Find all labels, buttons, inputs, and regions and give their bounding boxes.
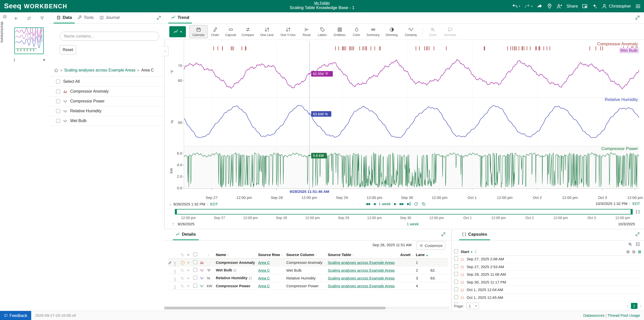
expand-trend-icon[interactable] xyxy=(635,15,640,20)
duration-label[interactable]: 1 week xyxy=(379,202,391,206)
breadcrumb-folder-link[interactable]: My Folder xyxy=(314,1,330,5)
auto-update-button[interactable] xyxy=(414,201,418,206)
source-table-link[interactable]: Scaling analyses across Example Areas xyxy=(328,268,395,272)
source-row-link[interactable]: Area C xyxy=(258,284,270,288)
undo-button[interactable] xyxy=(512,3,518,9)
source-table-link[interactable]: Scaling analyses across Example Areas xyxy=(328,260,395,265)
compare-button[interactable]: Compare xyxy=(239,25,257,38)
row-menu-icon[interactable] xyxy=(175,283,181,289)
capsule-button[interactable]: Capsule xyxy=(223,25,239,38)
source-table-link[interactable]: Scaling analyses across Example Areas xyxy=(328,284,395,288)
list-item[interactable]: Compressor Anomaly xyxy=(49,87,164,96)
home-icon[interactable] xyxy=(54,68,58,73)
column-menu-icon[interactable] xyxy=(475,250,476,253)
tab-data[interactable]: Data xyxy=(54,12,75,23)
capsule-checkbox[interactable] xyxy=(454,272,458,276)
pan-left-button[interactable]: ◀ xyxy=(373,202,375,206)
collapse-panel-handle[interactable]: ‹ xyxy=(162,46,169,56)
comment-bubble-icon[interactable] xyxy=(233,268,237,272)
capsule-row[interactable]: Oct 1, 2025 12:04 AM xyxy=(454,286,641,294)
labels-button[interactable]: Labels xyxy=(314,25,330,38)
list-item[interactable]: Compressor Power xyxy=(49,96,164,106)
remove-row-icon[interactable]: × xyxy=(187,260,193,265)
capsules-zoom-in-icon[interactable] xyxy=(628,242,632,246)
item-checkbox[interactable] xyxy=(56,109,60,113)
calendar-button[interactable]: Calendar xyxy=(189,25,208,38)
dimming-button[interactable]: Dimming xyxy=(382,25,401,38)
pan-far-right-button[interactable]: ▶▶ xyxy=(400,202,404,206)
table-row[interactable]: ! × Compressor Anomaly Area C Compressor… xyxy=(168,259,448,266)
capsules-add-column-icon[interactable] xyxy=(632,249,636,254)
user-menu[interactable]: Christopher xyxy=(601,3,631,9)
item-checkbox[interactable] xyxy=(56,89,60,93)
source-row-link[interactable]: Area C xyxy=(258,276,270,280)
capsule-row[interactable]: Sep 27, 2025 2:53 AM xyxy=(454,263,641,271)
view-mode-dropdown[interactable]: ▾ xyxy=(169,26,186,37)
breadcrumb-root-link[interactable]: Scaling analyses across Example Areas xyxy=(64,68,136,73)
row-menu-icon[interactable] xyxy=(175,275,181,281)
redo-button[interactable] xyxy=(524,3,530,9)
remove-row-icon[interactable]: × xyxy=(187,268,193,272)
tab-details[interactable]: Details xyxy=(173,229,199,240)
next-page-button[interactable]: › xyxy=(640,303,641,309)
timeline-scrubber[interactable] xyxy=(175,209,633,215)
timezone-label[interactable]: EDT xyxy=(632,201,640,206)
tag-all-icon[interactable] xyxy=(181,252,187,257)
row-menu-icon[interactable] xyxy=(175,259,181,266)
tab-capsules[interactable]: Capsules xyxy=(459,229,490,240)
remove-row-icon[interactable]: × xyxy=(187,284,193,288)
certainty-button[interactable]: Certainty xyxy=(401,25,420,38)
filter-worksheets-button[interactable] xyxy=(40,16,44,21)
expand-details-icon[interactable] xyxy=(441,232,446,237)
item-checkbox[interactable] xyxy=(56,99,60,103)
worksheets-rail[interactable]: Worksheets xyxy=(0,12,10,311)
expand-data-panel-icon[interactable] xyxy=(156,15,161,20)
investigate-range-arrow-icon[interactable]: ↑ xyxy=(172,221,174,227)
table-row[interactable]: × % Relative Humidity Area C Relative Hu… xyxy=(168,274,448,282)
current-page-badge[interactable]: 1 xyxy=(631,303,637,309)
column-header-lane[interactable]: Lane▲ xyxy=(416,253,430,257)
remove-row-icon[interactable]: × xyxy=(187,276,193,280)
window-pip-icon[interactable] xyxy=(582,3,588,9)
one-y-axis-button[interactable]: One Y-Axis xyxy=(277,25,299,38)
range-start-arrow-icon[interactable]: ↓ xyxy=(169,201,171,207)
reset-axes-button[interactable]: Reset xyxy=(299,25,314,38)
capsules-grid-view-icon[interactable] xyxy=(626,249,630,254)
go-to-now-button[interactable]: ▶ xyxy=(407,202,410,206)
capsule-checkbox[interactable] xyxy=(454,287,458,291)
hamburger-menu-icon[interactable] xyxy=(635,3,641,9)
chain-button[interactable]: Chain xyxy=(208,25,223,38)
feedback-button[interactable]: Feedback xyxy=(0,311,31,320)
tag-icon[interactable] xyxy=(181,283,187,288)
tag-icon[interactable] xyxy=(181,276,187,280)
column-header-source-column[interactable]: Source Column↕ xyxy=(286,253,328,257)
prev-page-button[interactable]: ‹ xyxy=(627,303,628,309)
column-header-source-table[interactable]: Source Table↕ xyxy=(328,253,400,257)
column-header-start[interactable]: Start xyxy=(461,250,469,254)
add-worksheet-button[interactable] xyxy=(14,16,18,21)
capsule-checkbox[interactable] xyxy=(454,280,458,284)
pan-right-button[interactable]: ▶ xyxy=(394,202,396,206)
capsule-row[interactable]: Sep 28, 2025 11:08 AM xyxy=(454,271,641,278)
edit-pencil-icon[interactable] xyxy=(168,260,175,265)
zoom-button[interactable]: Zoom xyxy=(425,25,441,38)
row-menu-icon[interactable] xyxy=(175,267,181,273)
capsule-row[interactable]: Sep 27, 2025 2:08 AM xyxy=(454,255,641,263)
capsules-export-icon[interactable] xyxy=(638,249,641,254)
copy-range-button[interactable] xyxy=(422,201,426,206)
redo-dropdown-icon[interactable]: ▾ xyxy=(531,5,533,8)
select-all-capsules-checkbox[interactable] xyxy=(454,249,458,253)
select-all-checkbox[interactable] xyxy=(56,80,60,84)
scrollbar-thumb[interactable] xyxy=(164,307,386,309)
worksheet-thumbnail[interactable] xyxy=(14,27,44,54)
add-users-icon[interactable] xyxy=(556,3,562,9)
range-end[interactable]: 10/3/2025 1:32 PM xyxy=(595,201,627,206)
undo-dropdown-icon[interactable]: ▾ xyxy=(519,5,520,8)
worksheet-menu-chevron-icon[interactable]: ▾ xyxy=(43,58,45,62)
remove-all-icon[interactable]: × xyxy=(187,253,193,257)
row-checkbox[interactable] xyxy=(193,283,197,288)
sort-type-icon[interactable]: ↕ xyxy=(208,253,209,257)
thread-pool-usage-link[interactable]: Thread Pool Usage xyxy=(608,313,640,317)
select-all-rows-checkbox[interactable] xyxy=(193,252,197,256)
column-header-asset[interactable]: Asset↕ xyxy=(400,253,416,257)
